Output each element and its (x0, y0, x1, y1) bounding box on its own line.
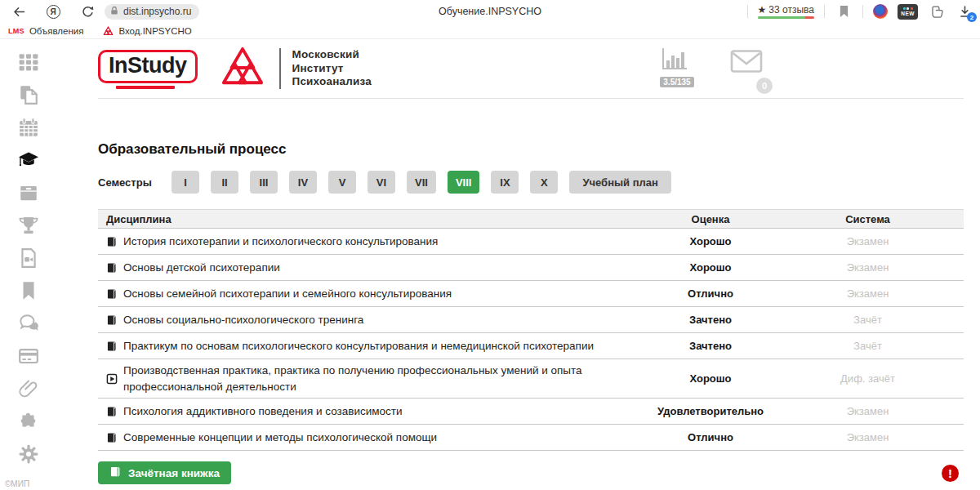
institute-name-line: Психоанализа (292, 75, 372, 88)
sidebar-item-attachments[interactable] (18, 379, 40, 401)
semester-button-III[interactable]: III (250, 171, 278, 194)
downloads-button[interactable]: 2 (956, 2, 973, 20)
yandex-browser-icon[interactable]: Я (44, 2, 62, 20)
bookmark-label: Вход.INPSYCHO (118, 26, 191, 36)
semester-button-IV[interactable]: IV (289, 171, 317, 194)
stats-chart-icon[interactable]: 3.5/135 (660, 46, 694, 87)
video-file-icon (18, 247, 39, 272)
instudy-logo-stand (116, 86, 175, 89)
discipline-name: Практикум по основам психологического ко… (123, 338, 594, 354)
bookmark-item[interactable]: LMSОбъявления (8, 26, 83, 36)
grade-value: Зачтено (641, 340, 780, 352)
institute-name-line: Московский (292, 48, 372, 61)
sidebar-item-education[interactable] (18, 150, 40, 172)
back-button[interactable] (10, 2, 28, 20)
browser-toolbar: Я dist.inpsycho.ru Обучение.INPSYCHO ★ 3… (0, 0, 980, 23)
table-row: История психотерапии и психологического … (98, 229, 964, 255)
discipline-cell[interactable]: Практикум по основам психологического ко… (106, 335, 641, 358)
grading-system: Диф. зачёт (780, 372, 956, 385)
semester-button-V[interactable]: V (328, 171, 356, 194)
bookmark-item[interactable]: Вход.INPSYCHO (103, 26, 191, 36)
bookmark-flag-icon[interactable] (835, 2, 853, 20)
table-row: Психология аддиктивного поведения и соза… (98, 399, 964, 425)
rating-bar (758, 16, 814, 19)
site-header: InStudy МосковскийИнститутПсихоанализа 3… (98, 39, 964, 99)
table-header: Дисциплина Оценка Система (98, 209, 964, 229)
sidebar-item-services[interactable] (18, 412, 40, 434)
discipline-cell[interactable]: Основы семейной психотерапии и семейного… (106, 283, 641, 305)
sidebar-item-archive[interactable] (18, 183, 40, 205)
sidebar-item-settings[interactable] (18, 444, 40, 466)
grade-value: Отлично (641, 431, 780, 443)
table-row: Современные концепции и методы психологи… (98, 425, 964, 451)
documents-icon (18, 84, 39, 109)
discipline-cell[interactable]: Основы социально-психологического тренин… (106, 309, 641, 332)
app-sidebar: ©МИП (0, 39, 57, 490)
refresh-button[interactable] (78, 2, 96, 20)
book-icon (106, 432, 118, 443)
discipline-name: Производственная практика, практика по п… (123, 363, 641, 394)
address-bar[interactable]: dist.inpsycho.ru (105, 4, 199, 20)
semester-button-IX[interactable]: IX (491, 171, 519, 194)
sidebar-item-documents[interactable] (18, 85, 40, 107)
discipline-cell[interactable]: Производственная практика, практика по п… (106, 359, 641, 398)
curriculum-button[interactable]: Учебный план (569, 171, 670, 194)
sidebar-item-achievements[interactable] (18, 216, 40, 238)
sidebar-item-payments[interactable] (18, 346, 40, 368)
new-extension-icon[interactable]: NEW (898, 4, 918, 20)
semester-button-VII[interactable]: VII (407, 171, 436, 194)
alert-icon[interactable]: ! (942, 465, 959, 482)
book-icon (106, 262, 118, 274)
semester-switcher: Семестры IIIIIIIVVVIVIIVIIIIXXУчебный пл… (98, 171, 964, 194)
sidebar-item-dashboard[interactable] (18, 52, 40, 74)
profile-avatar[interactable] (873, 4, 888, 19)
grading-system: Экзамен (780, 261, 956, 274)
semester-button-VI[interactable]: VI (368, 171, 395, 194)
column-discipline: Дисциплина (106, 213, 641, 225)
instudy-logo[interactable]: InStudy (98, 50, 198, 89)
mip-triangle-icon (103, 26, 114, 36)
main-content: InStudy МосковскийИнститутПсихоанализа 3… (57, 39, 980, 490)
copyright-label: ©МИП (5, 479, 29, 488)
discipline-cell[interactable]: История психотерапии и психологического … (106, 230, 641, 253)
semester-button-X[interactable]: X (530, 171, 558, 194)
puzzle-icon (18, 411, 39, 435)
discipline-cell[interactable]: Основы детской психотерапии (106, 256, 641, 279)
toolbar-divider (862, 5, 863, 18)
star-icon: ★ (758, 4, 767, 16)
bookmarks-bar: LMSОбъявленияВход.INPSYCHO (0, 23, 980, 39)
apps-grid-icon (18, 51, 39, 76)
site-reviews-button[interactable]: ★ 33 отзыва (758, 4, 814, 19)
column-grade: Оценка (641, 213, 780, 225)
discipline-name: История психотерапии и психологического … (123, 234, 438, 250)
discipline-name: Основы социально-психологического тренин… (123, 312, 363, 328)
bookmark-label: Объявления (29, 26, 84, 36)
sidebar-item-messages[interactable] (18, 314, 40, 336)
instudy-logo-text: InStudy (109, 53, 187, 78)
grade-value: Хорошо (641, 372, 780, 385)
page-title: Образовательный процесс (98, 141, 964, 158)
sidebar-item-video-materials[interactable] (18, 248, 40, 270)
graduation-cap-icon (18, 149, 39, 174)
discipline-cell[interactable]: Современные концепции и методы психологи… (106, 426, 641, 449)
sidebar-item-schedule[interactable] (18, 118, 40, 140)
grade-value: Зачтено (641, 314, 780, 326)
book-icon (106, 341, 118, 352)
toolbar-divider (824, 5, 825, 18)
reviews-label: 33 отзыва (768, 4, 814, 16)
discipline-name: Основы семейной психотерапии и семейного… (123, 286, 452, 302)
book-icon (106, 288, 118, 300)
grading-system: Экзамен (780, 235, 956, 247)
sidebar-item-bookmarks[interactable] (18, 281, 40, 303)
semester-button-VIII[interactable]: VIII (448, 171, 480, 194)
gradebook-button[interactable]: Зачётная книжка (98, 461, 231, 484)
collections-icon[interactable] (928, 2, 946, 20)
discipline-cell[interactable]: Психология аддиктивного поведения и соза… (106, 400, 641, 423)
semester-button-II[interactable]: II (211, 171, 238, 194)
mail-icon[interactable]: 0 (730, 49, 763, 87)
grading-system: Зачёт (780, 340, 956, 352)
semester-button-I[interactable]: I (172, 171, 199, 194)
stats-badge: 3.5/135 (660, 77, 694, 87)
grade-value: Хорошо (641, 235, 780, 247)
calendar-icon (18, 117, 39, 141)
